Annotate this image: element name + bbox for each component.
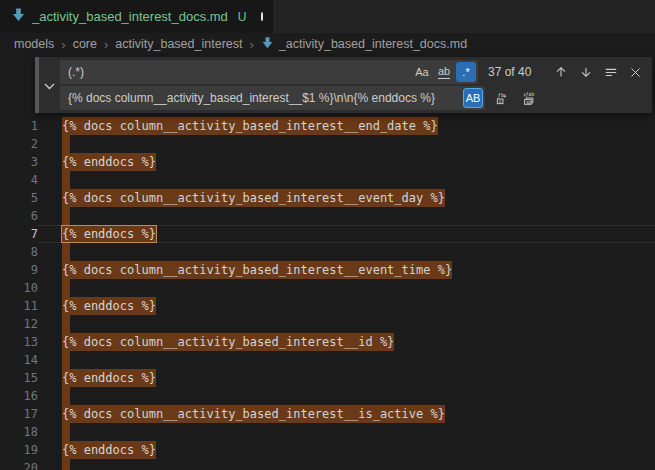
code-line[interactable]: 17 {% docs column__activity_based_intere… [0,405,655,423]
previous-match-button[interactable] [550,62,571,83]
line-number: 8 [0,243,38,261]
preserve-case-toggle[interactable]: AB [463,88,483,108]
find-widget: (.*) Aa ab .* 37 of 40 [35,57,652,113]
line-number: 18 [0,423,38,441]
breadcrumb-item-folder[interactable]: activity_based_interest [115,37,242,51]
line-number: 20 [0,459,38,470]
code-line[interactable]: 13 {% docs column__activity_based_intere… [0,333,655,351]
code-line[interactable]: 19 {% enddocs %} [0,441,655,459]
tab-filename: _activity_based_interest_docs.md [32,9,228,24]
code-line[interactable]: 8 [0,243,655,261]
line-number: 13 [0,333,38,351]
code-line[interactable]: 2 [0,135,655,153]
svg-text:ƒab: ƒab [526,91,535,97]
line-number: 12 [0,315,38,333]
line-number: 15 [0,369,38,387]
find-in-selection-button[interactable] [600,62,621,83]
breadcrumb-item-models[interactable]: models [14,37,54,51]
breadcrumb-item-core[interactable]: core [73,37,97,51]
breadcrumb-item-file[interactable]: _activity_based_interest_docs.md [261,36,467,52]
line-number: 9 [0,261,38,279]
code-line[interactable]: 6 [0,207,655,225]
find-input[interactable]: (.*) Aa ab .* [60,60,478,84]
code-area: 1 {% docs column__activity_based_interes… [0,55,655,470]
code-line[interactable]: 9 {% docs column__activity_based_interes… [0,261,655,279]
code-line[interactable]: 10 [0,279,655,297]
breadcrumb: models › core › activity_based_interest … [0,33,655,55]
replace-row: {% docs column__activity_based_interest_… [60,86,646,110]
line-number: 2 [0,135,38,153]
line-number: 17 [0,405,38,423]
chevron-down-icon [44,76,55,94]
line-number: 7 [0,225,38,243]
regex-toggle[interactable]: .* [456,62,476,82]
line-number: 10 [0,279,38,297]
line-number: 5 [0,189,38,207]
line-number: 3 [0,153,38,171]
close-find-widget-button[interactable] [625,62,646,83]
code-line[interactable]: 20 [0,459,655,470]
match-case-toggle[interactable]: Aa [412,62,432,82]
code-line[interactable]: 15 {% enddocs %} [0,369,655,387]
line-number: 19 [0,441,38,459]
git-status-badge: U [238,10,247,24]
markdown-file-icon [11,7,26,26]
svg-text:ac: ac [526,99,532,104]
next-match-button[interactable] [575,62,596,83]
markdown-file-icon [261,36,274,52]
whole-word-toggle[interactable]: ab [434,62,454,82]
unsaved-changes-dot[interactable] [261,12,263,21]
replace-value: {% docs column__activity_based_interest_… [68,91,461,105]
line-number: 6 [0,207,38,225]
code-line[interactable]: 1 {% docs column__activity_based_interes… [0,117,655,135]
replace-all-button[interactable]: ƒab ac [519,88,540,109]
code-line[interactable]: 5 {% docs column__activity_based_interes… [0,189,655,207]
line-number: 16 [0,387,38,405]
code-line[interactable]: 11 {% enddocs %} [0,297,655,315]
find-value: (.*) [68,65,410,79]
replace-button[interactable]: ƒb c [492,88,513,109]
line-number: 1 [0,117,38,135]
code-line[interactable]: 14 [0,351,655,369]
vscode-window: _activity_based_interest_docs.md U model… [0,0,655,470]
line-number: 11 [0,297,38,315]
tab-active-file[interactable]: _activity_based_interest_docs.md U [0,0,273,33]
svg-text:c: c [499,97,502,103]
results-count: 37 of 40 [488,65,531,79]
breadcrumb-separator-icon: › [61,37,65,52]
code-line[interactable]: 18 [0,423,655,441]
svg-text:ƒb: ƒb [498,91,504,97]
replace-input[interactable]: {% docs column__activity_based_interest_… [60,86,485,110]
toggle-replace-button[interactable] [39,57,60,113]
code-line[interactable]: 4 [0,171,655,189]
find-row: (.*) Aa ab .* 37 of 40 [60,60,646,84]
tab-bar: _activity_based_interest_docs.md U [0,0,655,33]
breadcrumb-separator-icon: › [249,37,253,52]
editor: 1 {% docs column__activity_based_interes… [0,55,655,470]
code-line[interactable]: 3 {% enddocs %} [0,153,655,171]
line-number: 4 [0,171,38,189]
line-number: 14 [0,351,38,369]
code-line[interactable]: 12 [0,315,655,333]
code-line[interactable]: 7 {% enddocs %} [0,225,655,243]
breadcrumb-separator-icon: › [104,37,108,52]
code-line[interactable]: 16 [0,387,655,405]
